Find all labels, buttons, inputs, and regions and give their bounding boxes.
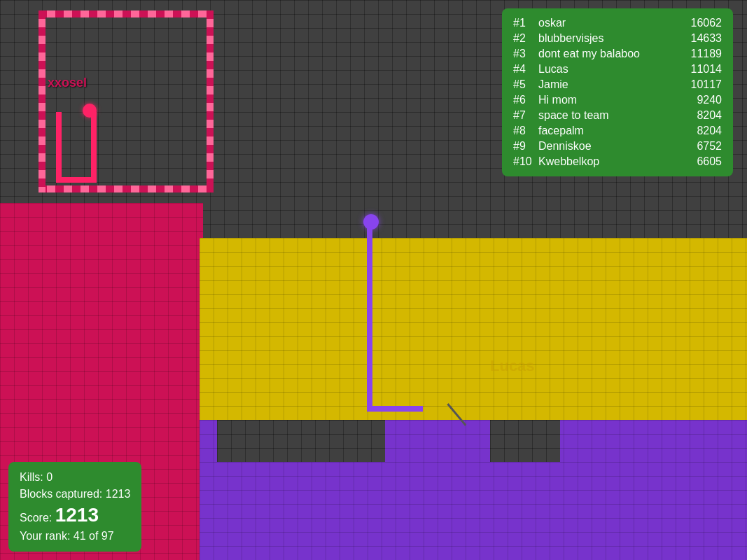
lb-score-3: 11189 <box>680 48 722 60</box>
stats-score-value: 1213 <box>55 504 99 526</box>
lb-name-2: blubbervisjes <box>538 32 680 45</box>
stats-panel: Kills: 0 Blocks captured: 1213 Score: 12… <box>8 462 141 552</box>
yellow-player-watermark: Lucas <box>490 357 535 375</box>
lb-score-2: 14633 <box>680 32 722 45</box>
leaderboard-row-7: #7 space to team 8204 <box>513 108 722 123</box>
lb-rank-3: #3 <box>513 48 538 60</box>
gap-yellow-1 <box>217 420 385 462</box>
leaderboard-row-4: #4 Lucas 11014 <box>513 62 722 77</box>
lb-score-10: 6605 <box>680 155 722 168</box>
leaderboard-row-9: #9 Denniskoe 6752 <box>513 139 722 154</box>
lb-name-8: facepalm <box>538 125 680 137</box>
territory-yellow-main <box>200 238 747 420</box>
stats-score-row: Score: 1213 <box>20 503 130 528</box>
lb-rank-7: #7 <box>513 109 538 122</box>
red-border-top <box>39 10 214 18</box>
lb-rank-2: #2 <box>513 32 538 45</box>
lb-name-10: Kwebbelkop <box>538 155 680 168</box>
leaderboard-panel: #1 oskar 16062 #2 blubbervisjes 14633 #3… <box>502 8 733 176</box>
lb-score-6: 9240 <box>680 94 722 106</box>
lb-rank-4: #4 <box>513 63 538 76</box>
lb-score-4: 11014 <box>680 63 722 76</box>
lb-name-7: space to team <box>538 109 680 122</box>
leaderboard-row-8: #8 facepalm 8204 <box>513 123 722 139</box>
trail-red-v2 <box>56 112 62 182</box>
player-label-xxosel: xxosel <box>48 76 87 90</box>
trail-purple-vertical <box>367 221 372 410</box>
lb-score-5: 10117 <box>680 78 722 91</box>
stats-kills: Kills: 0 <box>20 469 130 486</box>
lb-rank-9: #9 <box>513 140 538 153</box>
lb-rank-6: #6 <box>513 94 538 106</box>
lb-rank-10: #10 <box>513 155 538 168</box>
leaderboard-row-6: #6 Hi mom 9240 <box>513 92 722 108</box>
leaderboard-row-2: #2 blubbervisjes 14633 <box>513 31 722 46</box>
leaderboard-row-3: #3 dont eat my balaboo 11189 <box>513 46 722 62</box>
leaderboard-row-5: #5 Jamie 10117 <box>513 77 722 92</box>
lb-rank-8: #8 <box>513 125 538 137</box>
red-border-left <box>39 10 46 192</box>
lb-name-3: dont eat my balaboo <box>538 48 680 60</box>
red-border-right <box>207 10 214 192</box>
lb-rank-5: #5 <box>513 78 538 91</box>
trail-red-h1 <box>56 177 97 183</box>
gap-yellow-2 <box>490 420 560 462</box>
trail-red-v1 <box>91 112 97 182</box>
lb-name-5: Jamie <box>538 78 680 91</box>
lb-score-9: 6752 <box>680 140 722 153</box>
stats-blocks: Blocks captured: 1213 <box>20 486 130 503</box>
lb-name-6: Hi mom <box>538 94 680 106</box>
lb-name-4: Lucas <box>538 63 680 76</box>
lb-score-8: 8204 <box>680 125 722 137</box>
lb-rank-1: #1 <box>513 17 538 29</box>
lb-name-1: oskar <box>538 17 680 29</box>
lb-name-9: Denniskoe <box>538 140 680 153</box>
trail-purple-horizontal <box>367 406 423 412</box>
leaderboard-row-10: #10 Kwebbelkop 6605 <box>513 154 722 169</box>
stats-score-label: Score: <box>20 512 52 524</box>
stats-rank: Your rank: 41 of 97 <box>20 528 130 545</box>
leaderboard-row-1: #1 oskar 16062 <box>513 15 722 31</box>
red-border-bottom <box>39 186 214 192</box>
lb-score-7: 8204 <box>680 109 722 122</box>
lb-score-1: 16062 <box>680 17 722 29</box>
